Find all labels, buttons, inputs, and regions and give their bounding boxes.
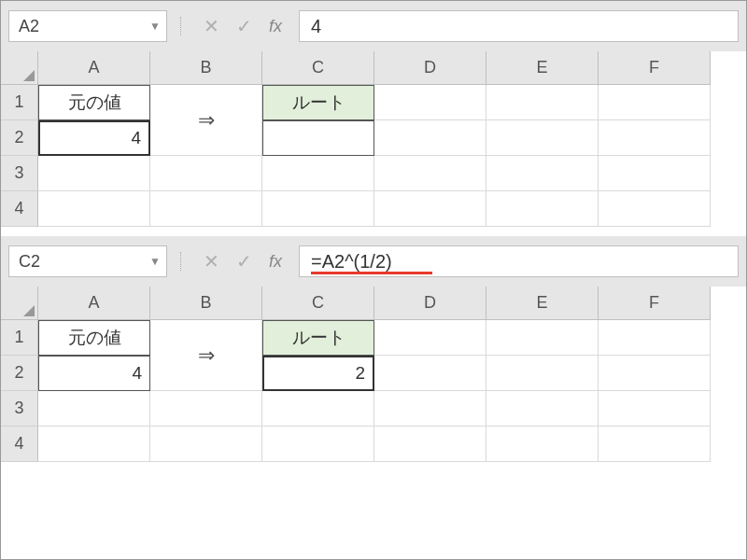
name-box-value: A2: [19, 17, 39, 36]
cell-B-arrow[interactable]: ⇒: [150, 320, 262, 391]
cell-B3[interactable]: [150, 156, 262, 191]
col-header[interactable]: C: [262, 51, 374, 85]
cell-A2[interactable]: 4: [38, 356, 150, 391]
cell-D3[interactable]: [374, 156, 486, 191]
col-header[interactable]: B: [150, 287, 262, 320]
grid-bottom: A B C D E F 1 元の値 ⇒ ルート 2 4 2 3: [1, 287, 746, 462]
check-icon[interactable]: ✓: [236, 250, 252, 273]
cell-E3[interactable]: [486, 391, 599, 427]
cell-F2[interactable]: [599, 356, 711, 391]
fx-icon[interactable]: fx: [269, 17, 282, 36]
cell-A1[interactable]: 元の値: [38, 320, 150, 356]
cell-D3[interactable]: [374, 391, 486, 427]
cell-E2[interactable]: [486, 120, 599, 156]
cell-C1[interactable]: ルート: [262, 85, 374, 120]
select-all-corner[interactable]: [1, 51, 38, 85]
cell-D2[interactable]: [374, 356, 486, 391]
cancel-icon[interactable]: ✕: [204, 250, 219, 273]
col-header[interactable]: A: [38, 51, 150, 85]
cell-B-arrow[interactable]: ⇒: [150, 85, 262, 156]
excel-panel-top: A2 ▼ ✕ ✓ fx 4 A B C D E F 1 元の値 ⇒ ルート: [1, 1, 746, 227]
cell-E1[interactable]: [486, 320, 599, 356]
excel-panel-bottom: C2 ▼ ✕ ✓ fx =A2^(1/2) A B C D E F 1 元の値 …: [1, 236, 746, 462]
cell-C3[interactable]: [262, 156, 374, 191]
cell-C4[interactable]: [262, 427, 374, 462]
separator: [180, 252, 181, 271]
chevron-down-icon[interactable]: ▼: [149, 20, 161, 33]
cell-B3[interactable]: [150, 391, 262, 427]
cell-D1[interactable]: [374, 320, 486, 356]
chevron-down-icon[interactable]: ▼: [149, 255, 161, 268]
cell-E4[interactable]: [486, 427, 599, 462]
cell-E2[interactable]: [486, 356, 599, 391]
col-header[interactable]: F: [599, 51, 711, 85]
formula-input[interactable]: 4: [299, 10, 739, 42]
cell-A3[interactable]: [38, 391, 150, 427]
cell-F4[interactable]: [599, 191, 711, 227]
cell-B4[interactable]: [150, 427, 262, 462]
fx-controls: ✕ ✓ fx: [194, 15, 291, 37]
name-box[interactable]: A2 ▼: [8, 10, 167, 42]
cell-D4[interactable]: [374, 191, 486, 227]
cell-F3[interactable]: [599, 391, 711, 427]
formula-input[interactable]: =A2^(1/2): [299, 245, 739, 277]
grid-top: A B C D E F 1 元の値 ⇒ ルート 2 4 3: [1, 51, 746, 227]
cell-C3[interactable]: [262, 391, 374, 427]
cell-A4[interactable]: [38, 427, 150, 462]
cell-A4[interactable]: [38, 191, 150, 227]
cell-A1[interactable]: 元の値: [38, 85, 150, 120]
row-header[interactable]: 3: [1, 391, 38, 427]
select-all-corner[interactable]: [1, 287, 38, 320]
col-header[interactable]: D: [374, 287, 486, 320]
cell-A3[interactable]: [38, 156, 150, 191]
separator: [180, 17, 181, 35]
cell-F1[interactable]: [599, 85, 711, 120]
row-header[interactable]: 1: [1, 85, 38, 120]
gap: [1, 227, 746, 236]
cell-A2-selected[interactable]: 4: [38, 120, 150, 156]
cell-C1[interactable]: ルート: [262, 320, 374, 356]
check-icon[interactable]: ✓: [236, 15, 252, 37]
col-header[interactable]: D: [374, 51, 486, 85]
cell-F3[interactable]: [599, 156, 711, 191]
cell-E1[interactable]: [486, 85, 599, 120]
cell-C4[interactable]: [262, 191, 374, 227]
cell-D2[interactable]: [374, 120, 486, 156]
row-header[interactable]: 1: [1, 320, 38, 356]
col-header[interactable]: C: [262, 287, 374, 320]
cell-B4[interactable]: [150, 191, 262, 227]
formula-bar: A2 ▼ ✕ ✓ fx 4: [1, 1, 746, 51]
cell-F2[interactable]: [599, 120, 711, 156]
row-header[interactable]: 2: [1, 356, 38, 391]
cell-D4[interactable]: [374, 427, 486, 462]
col-header[interactable]: A: [38, 287, 150, 320]
row-header[interactable]: 3: [1, 156, 38, 191]
red-underline: [311, 272, 432, 274]
name-box-value: C2: [19, 252, 40, 272]
row-header[interactable]: 4: [1, 191, 38, 227]
row-header[interactable]: 4: [1, 427, 38, 462]
cell-E4[interactable]: [486, 191, 599, 227]
col-header[interactable]: E: [486, 287, 599, 320]
col-header[interactable]: B: [150, 51, 262, 85]
formula-text: =A2^(1/2): [311, 251, 392, 273]
col-header[interactable]: F: [599, 287, 711, 320]
cell-D1[interactable]: [374, 85, 486, 120]
cell-E3[interactable]: [486, 156, 599, 191]
cell-C2-selected[interactable]: 2: [262, 356, 374, 391]
fx-controls: ✕ ✓ fx: [194, 250, 291, 273]
row-header[interactable]: 2: [1, 120, 38, 156]
cell-F4[interactable]: [599, 427, 711, 462]
name-box[interactable]: C2 ▼: [8, 245, 167, 277]
formula-bar: C2 ▼ ✕ ✓ fx =A2^(1/2): [1, 236, 746, 287]
cell-C2[interactable]: [262, 120, 374, 156]
col-header[interactable]: E: [486, 51, 599, 85]
fx-icon[interactable]: fx: [269, 252, 282, 272]
cell-F1[interactable]: [599, 320, 711, 356]
formula-text: 4: [311, 16, 321, 37]
cancel-icon[interactable]: ✕: [204, 15, 219, 37]
